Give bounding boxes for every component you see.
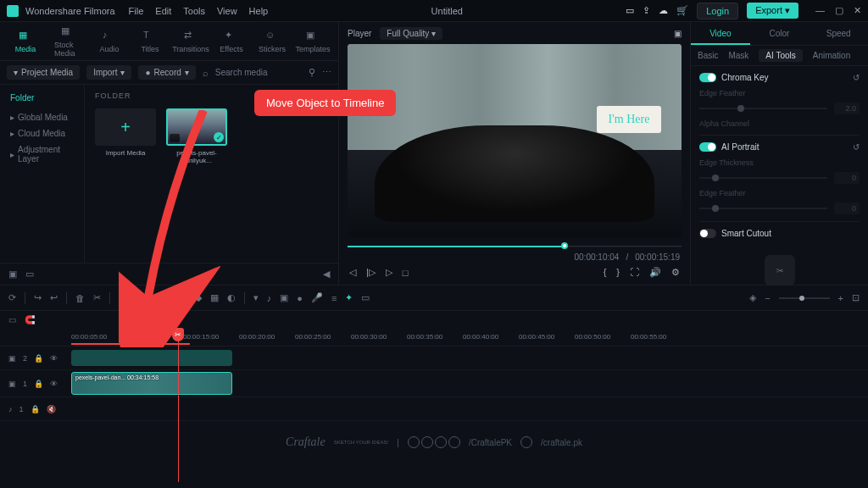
menu-view[interactable]: View	[217, 6, 237, 16]
tl-redo2-icon[interactable]: ↩	[50, 292, 58, 303]
cloud-icon[interactable]: ☁	[659, 5, 668, 16]
tl-zoomout-icon[interactable]: −	[765, 293, 770, 303]
tab-stock-media[interactable]: ▦Stock Media	[47, 22, 87, 61]
tl-marker-icon[interactable]: ▾	[253, 292, 259, 303]
cart-icon[interactable]: 🛒	[676, 5, 688, 16]
fullscreen-icon[interactable]: ⛶	[630, 267, 639, 278]
settings-icon[interactable]: ⚙	[671, 267, 680, 278]
menubar: File Edit Tools View Help	[129, 6, 269, 16]
smart-cutout-toggle[interactable]: Smart Cutout	[699, 229, 860, 238]
lock-icon[interactable]: 🔒	[34, 354, 43, 363]
project-media-dropdown[interactable]: ▾ Project Media	[7, 65, 80, 80]
tl-undo-icon[interactable]: ⟳	[8, 292, 16, 303]
video-viewport[interactable]: I'm Here	[348, 44, 682, 237]
snapshot-icon[interactable]: ▣	[674, 29, 682, 38]
adjustment-layer-node[interactable]: ▸ Adjustment Layer	[5, 141, 79, 167]
audio-track-1: ♪1🔒🔇	[0, 397, 868, 421]
new-bin-icon[interactable]: ▭	[25, 269, 34, 280]
search-icon: ⌕	[203, 68, 209, 78]
folder-node[interactable]: Folder	[5, 90, 79, 106]
overlay-clip[interactable]	[71, 350, 232, 366]
eye-icon[interactable]: 👁	[50, 354, 58, 363]
lock-icon[interactable]: 🔒	[34, 380, 43, 388]
play-icon[interactable]: ▷	[386, 267, 392, 278]
tl-group-icon[interactable]: ▣	[280, 292, 288, 303]
tab-templates[interactable]: ▣Templates	[294, 26, 331, 57]
subtab-basic[interactable]: Basic	[698, 51, 718, 60]
tl-mic-icon[interactable]: 🎤	[311, 292, 323, 303]
tl-magnet-icon[interactable]: 🧲	[25, 315, 35, 324]
new-folder-icon[interactable]: ▣	[8, 269, 17, 280]
current-time: 00:00:10:04	[575, 252, 620, 262]
tutorial-arrow	[119, 110, 220, 347]
tl-ai-icon[interactable]: ✦	[345, 292, 353, 303]
subtab-ai-tools[interactable]: AI Tools	[759, 49, 802, 62]
cloud-media-node[interactable]: ▸ Cloud Media	[5, 125, 79, 141]
mark-in-icon[interactable]: {	[604, 267, 607, 278]
prev-frame-icon[interactable]: ◁	[349, 267, 356, 278]
menu-tools[interactable]: Tools	[183, 6, 205, 16]
scrubber[interactable]	[348, 242, 682, 251]
tl-record-icon[interactable]: ●	[297, 293, 303, 303]
tab-effects[interactable]: ✦Effects	[213, 26, 250, 57]
edge-feather2-slider[interactable]: 0	[699, 202, 860, 214]
tl-zoomin-icon[interactable]: +	[838, 293, 843, 303]
menu-help[interactable]: Help	[249, 6, 269, 16]
maximize-icon[interactable]: ▢	[835, 5, 843, 16]
tl-detach-icon[interactable]: ♪	[267, 293, 272, 303]
save-icon[interactable]: ▭	[626, 5, 634, 16]
login-button[interactable]: Login	[697, 3, 738, 19]
mark-out-icon[interactable]: }	[616, 267, 620, 278]
smart-cutout-icon[interactable]: ✂	[765, 255, 795, 285]
step-back-icon[interactable]: |▷	[366, 267, 376, 278]
stop-icon[interactable]: □	[403, 268, 409, 278]
tl-render-icon[interactable]: ▭	[361, 292, 370, 303]
close-icon[interactable]: ✕	[854, 5, 861, 16]
tab-titles[interactable]: TTitles	[131, 26, 169, 57]
edge-feather-label: Edge Feather	[699, 89, 860, 97]
eye-icon[interactable]: 👁	[50, 380, 58, 388]
mute-icon[interactable]: 🔇	[47, 405, 56, 413]
global-media-node[interactable]: ▸ Global Media	[5, 109, 79, 125]
reset-icon[interactable]: ↺	[853, 73, 860, 82]
tab-transitions[interactable]: ⇄Transitions	[172, 26, 209, 57]
tl-zoom-slider[interactable]	[779, 297, 830, 299]
ai-portrait-toggle[interactable]: AI Portrait↺	[699, 142, 860, 152]
tab-media[interactable]: ▦Media	[7, 26, 44, 57]
volume-icon[interactable]: 🔊	[649, 267, 661, 278]
tl-redo-icon[interactable]: ↪	[34, 292, 42, 303]
collapse-icon[interactable]: ◀	[323, 269, 330, 280]
share-icon[interactable]: ⇪	[643, 5, 650, 16]
scrubber-handle[interactable]	[561, 242, 568, 249]
more-icon[interactable]: ⋯	[322, 67, 331, 78]
tab-stickers[interactable]: ☺Stickers	[253, 26, 291, 57]
menu-file[interactable]: File	[129, 6, 144, 16]
edge-thickness-slider[interactable]: 0	[699, 172, 860, 184]
insp-tab-video[interactable]: Video	[691, 22, 750, 45]
insp-tab-speed[interactable]: Speed	[809, 22, 868, 45]
chroma-key-toggle[interactable]: Chroma Key↺	[699, 73, 860, 82]
subtab-mask[interactable]: Mask	[728, 51, 748, 60]
import-dropdown[interactable]: Import ▾	[86, 65, 131, 80]
lock-icon[interactable]: 🔒	[31, 405, 40, 413]
export-button[interactable]: Export ▾	[747, 3, 798, 19]
tab-audio[interactable]: ♪Audio	[91, 26, 128, 57]
minimize-icon[interactable]: —	[815, 5, 825, 16]
filter-icon[interactable]: ⚲	[309, 67, 315, 78]
insp-tab-color[interactable]: Color	[750, 22, 810, 45]
playhead[interactable]: ✂	[178, 328, 179, 482]
timeline-clip[interactable]: pexels-pavel-dan... 00:34:15:58	[71, 372, 232, 395]
tl-mark-icon[interactable]: ◈	[749, 292, 756, 303]
subtab-animation[interactable]: Animation	[813, 51, 850, 60]
record-dropdown[interactable]: ● Record ▾	[138, 65, 195, 80]
quality-select[interactable]: Full Quality ▾	[380, 27, 442, 40]
edge-feather-slider[interactable]: 2.0	[699, 103, 860, 114]
tl-delete-icon[interactable]: 🗑	[75, 293, 85, 303]
tl-fit-icon[interactable]: ⊡	[852, 292, 860, 303]
tl-mixer-icon[interactable]: ≡	[331, 293, 337, 303]
tl-editmode-icon[interactable]: ▭	[8, 315, 16, 324]
tl-mask-icon[interactable]: ◐	[227, 292, 236, 303]
tl-cut-icon[interactable]: ✂	[93, 292, 101, 303]
search-input[interactable]: Search media	[215, 68, 302, 77]
menu-edit[interactable]: Edit	[155, 6, 171, 16]
